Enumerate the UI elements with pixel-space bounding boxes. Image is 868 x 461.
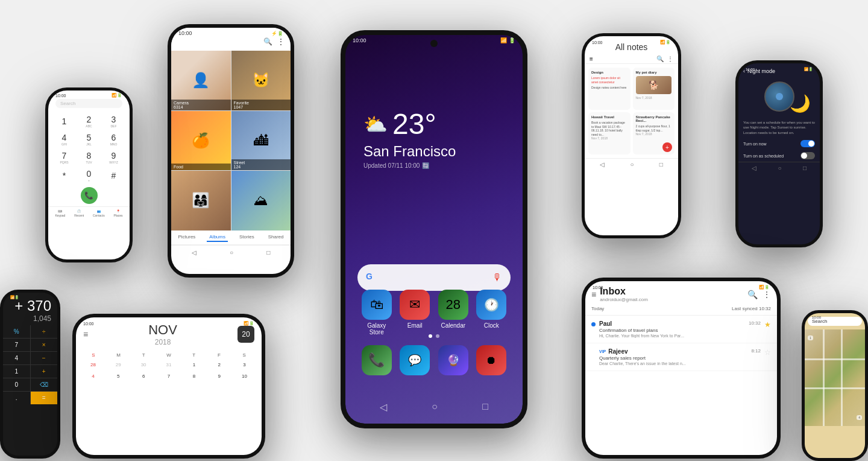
cal-cell-31[interactable]: 31 [157,359,181,370]
calc-btn-1[interactable]: 1 [3,365,30,378]
dialer-key-2[interactable]: 2ABC [77,112,101,130]
dialer-key-star[interactable]: * [52,167,77,185]
gallery-cell-group[interactable]: 👨‍👩‍👧 [171,171,231,230]
day-label-sat: S [231,351,257,359]
dialer-nav-places[interactable]: 📍 Places [114,209,123,217]
calc-btn-percent[interactable]: % [3,325,30,338]
dialer-nav-recent[interactable]: 🕐 Recent [74,209,84,217]
gallery-cell-camera[interactable]: 👤 Camera6314 [171,51,231,110]
cal-cell-6[interactable]: 6 [131,370,156,381]
calc-btn-multiply[interactable]: × [31,339,58,351]
gallery-more-icon[interactable]: ⋮ [277,37,285,46]
calc-btn-0[interactable]: 0 [3,378,30,391]
notes-nav-back[interactable]: ◁ [600,161,605,168]
app-galaxy-store[interactable]: 🛍 GalaxyStore [362,290,392,335]
dialer-key-9[interactable]: 9WXYZ [101,148,126,167]
note-add-button[interactable]: + [662,142,672,152]
calc-btn-divide[interactable]: ÷ [31,325,58,338]
night-dial[interactable] [764,81,794,112]
calendar-today-badge[interactable]: 20 [237,326,254,343]
cal-cell-2[interactable]: 2 [207,359,231,370]
mic-icon[interactable]: 🎙 [492,272,502,283]
night-nav-home[interactable]: ○ [778,165,781,171]
calc-btn-backspace[interactable]: ⌫ [31,378,58,391]
email-item-rajeev[interactable]: VIP Rajeev 8:12 Quarterly sales report D… [585,343,777,371]
calc-btn-7[interactable]: 7 [3,339,30,351]
gallery-cell-street[interactable]: 🏙 Street124 [231,111,291,171]
note-card-pancake[interactable]: Strawberry Pancake Reci... 2 cups all-pu… [633,112,675,154]
cal-cell-28[interactable]: 28 [81,359,105,370]
app-phone-call[interactable]: 📞 [362,345,392,375]
nav-home[interactable]: ○ [432,401,438,413]
dialer-key-0[interactable]: 0+ [77,167,101,185]
nav-back[interactable]: ◁ [380,401,387,413]
gallery-cell-food[interactable]: 🍊 Food [171,111,231,171]
call-button[interactable]: 📞 [81,187,98,204]
night-toggle-2[interactable] [800,152,815,159]
cal-cell-7[interactable]: 7 [157,370,181,381]
cal-cell-5[interactable]: 5 [106,370,131,381]
gallery-nav-home[interactable]: ○ [230,249,233,256]
notes-search-icon[interactable]: 🔍 [656,56,664,62]
dialer-key-1[interactable]: 1 [52,112,77,130]
cal-cell-3[interactable]: 3 [232,359,257,370]
tab-shared[interactable]: Shared [266,233,286,242]
app-messages[interactable]: 💬 [400,345,430,375]
dialer-key-8[interactable]: 8TUV [77,148,101,167]
dialer-nav: ⌨ Keypad 🕐 Recent 👥 Contacts 📍 Places [48,206,130,220]
calc-btn-minus[interactable]: − [31,352,58,364]
calc-btn-dot[interactable]: . [3,392,30,404]
cal-cell-30[interactable]: 30 [131,359,156,370]
calc-sub-number: 1,045 [9,314,51,323]
dialer-search-bar[interactable]: Search [55,99,122,108]
night-nav-back[interactable]: ◁ [752,165,756,171]
notes-nav-home[interactable]: ○ [630,161,634,168]
dialer-key-hash[interactable]: # [101,167,126,185]
notes-nav-recents[interactable]: □ [659,161,663,168]
app-email[interactable]: ✉ Email [400,290,430,335]
email-subject-paul: Confirmation of travel plans [599,328,761,333]
calc-btn-4[interactable]: 4 [3,352,30,364]
phone-maps: 10:00 Search 1 4 [802,310,868,461]
dialer-key-7[interactable]: 7PQRS [52,148,77,167]
dialer-key-4[interactable]: 4GHI [52,130,77,148]
cal-cell-4[interactable]: 4 [81,370,105,381]
night-nav-recents[interactable]: □ [803,165,807,171]
gallery-cell-favorite[interactable]: 🐱 Favorite1047 [231,51,291,110]
app-calendar[interactable]: 28 Calendar [438,290,468,335]
dialer-key-3[interactable]: 3DEF [101,112,126,130]
email-item-paul[interactable]: Paul 10:32 Confirmation of travel plans … [585,316,777,343]
calc-btn-plus[interactable]: + [31,365,58,378]
app-screen-recorder[interactable]: ⏺ [476,345,506,375]
dialer-key-5[interactable]: 5JKL [77,130,101,148]
cal-cell-1[interactable]: 1 [181,359,206,370]
cal-cell-8[interactable]: 8 [181,370,206,381]
cal-cell-9[interactable]: 9 [207,370,231,381]
dialer-nav-contacts[interactable]: 👥 Contacts [93,209,105,217]
app-bixby[interactable]: 🔮 [438,345,468,375]
gallery-search-icon[interactable]: 🔍 [263,37,272,46]
notes-menu-icon[interactable]: ≡ [590,56,593,62]
gallery-nav-recents[interactable]: □ [266,249,270,256]
calendar-menu-icon[interactable]: ≡ [83,329,88,339]
tab-pictures[interactable]: Pictures [175,233,198,242]
app-clock[interactable]: 🕐 Clock [476,290,506,335]
tab-stories[interactable]: Stories [237,233,257,242]
cal-cell-29[interactable]: 29 [106,359,131,370]
cal-cell-10[interactable]: 10 [232,370,257,381]
gallery-cell-mountain[interactable]: ⛰ [231,171,291,230]
note-card-pet[interactable]: My pet diary 🐕 Nov 7, 2018 [633,68,675,110]
night-toggle-1[interactable] [800,140,815,147]
notes-more-icon[interactable]: ⋮ [667,56,673,62]
note-card-design[interactable]: Design Lorem ipsum dolor sit amet consec… [588,68,631,110]
note-card-hawaii[interactable]: Hawaii Travel Book a vacation package to… [588,112,631,154]
email-star-paul[interactable]: ★ [764,320,771,329]
calc-btn-equals[interactable]: = [31,392,58,404]
dialer-key-6[interactable]: 6MNO [101,130,126,148]
email-star-rajeev[interactable]: ☆ [764,348,771,357]
nav-recents[interactable]: □ [482,401,488,413]
tab-albums[interactable]: Albums [207,233,228,242]
google-search-bar[interactable]: G 🎙 [357,264,511,291]
gallery-nav-back[interactable]: ◁ [192,249,197,256]
dialer-nav-keypad[interactable]: ⌨ Keypad [55,209,65,217]
